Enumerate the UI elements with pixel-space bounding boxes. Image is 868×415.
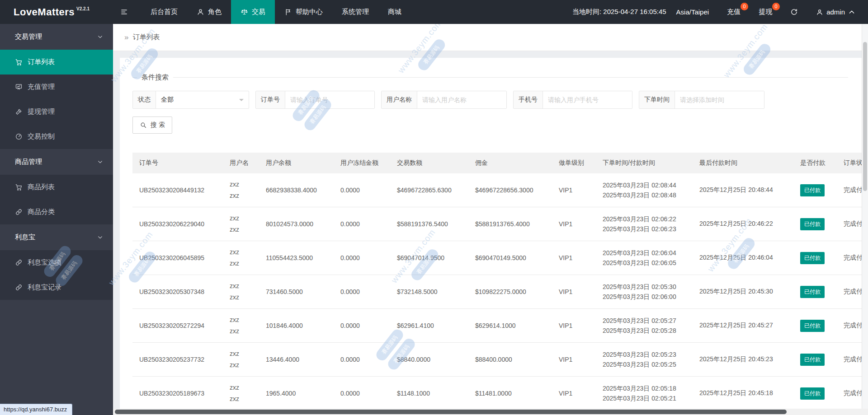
- cell-order-no: UB2503230205237732: [132, 343, 223, 377]
- nav-item-label: 交易: [252, 8, 265, 16]
- paid-status-badge: 已付款: [800, 354, 825, 366]
- sidebar-section-header[interactable]: 交易管理: [0, 24, 113, 50]
- cell-level: VIP1: [552, 377, 596, 410]
- local-time: 当地时间: 2025-04-27 16:05:45: [572, 8, 666, 16]
- cell-commission: $690470149.5000: [468, 241, 552, 275]
- horizontal-scrollbar-thumb[interactable]: [115, 410, 787, 414]
- withdraw-link[interactable]: 提现 0: [759, 8, 772, 16]
- nav-item[interactable]: 商城: [378, 0, 411, 24]
- sidebar-item[interactable]: 提现管理: [0, 99, 113, 124]
- paid-status-badge: 已付款: [800, 286, 825, 298]
- cell-order-pay-time: 2025年03月23日 02:06:04 2025年03月23日 02:06:0…: [596, 241, 693, 275]
- status-select[interactable]: 全部: [156, 91, 249, 108]
- refresh-button[interactable]: [790, 8, 798, 16]
- cell-frozen: 0.0000: [334, 377, 390, 410]
- cell-level: VIP1: [552, 275, 596, 309]
- cell-username: zxz zxz: [223, 275, 259, 309]
- sidebar-item[interactable]: 商品分类: [0, 200, 113, 224]
- main-area: » 订单列表 条件搜索 状态 全部: [113, 24, 868, 415]
- filter-group: 用户名称: [381, 91, 507, 109]
- topbar: LoveMatters V2.2.1 后台首页 角色 交易 帮助中心: [0, 0, 868, 24]
- cell-order-no: UB2503230206045895: [132, 241, 223, 275]
- column-header: 最后付款时间: [693, 153, 793, 173]
- sidebar-item[interactable]: 商品列表: [0, 175, 113, 200]
- cell-balance: 13446.4000: [259, 343, 334, 377]
- cell-commission: $46967228656.3000: [468, 173, 552, 207]
- search-legend: 条件搜索: [137, 73, 173, 82]
- column-header: 订单号: [132, 153, 223, 173]
- sidebar-item-icon: [15, 133, 23, 140]
- sidebar-section: 利息宝 利息宝选项 利息宝记录: [0, 224, 113, 300]
- caret-down-icon: [239, 99, 244, 103]
- topbar-right: 当地时间: 2025-04-27 16:05:45 Asia/Taipei 充值…: [572, 0, 868, 24]
- horizontal-scrollbar[interactable]: [113, 409, 868, 415]
- nav-item[interactable]: 后台首页: [141, 0, 187, 24]
- cell-order-status: 完成付款: [837, 275, 862, 309]
- recharge-link[interactable]: 充值 0: [727, 8, 741, 16]
- sidebar-item[interactable]: 订单列表: [0, 50, 113, 75]
- nav-item[interactable]: 帮助中心: [275, 0, 332, 24]
- nav-item[interactable]: 系统管理: [332, 0, 378, 24]
- cell-order-no: UB2503230205189673: [132, 377, 223, 410]
- nav-item-label: 商城: [388, 8, 401, 16]
- filter-input[interactable]: [417, 91, 506, 108]
- user-menu[interactable]: admin: [816, 8, 855, 16]
- cell-order-status: 完成付款: [837, 241, 862, 275]
- menu-toggle-icon[interactable]: [113, 0, 135, 24]
- cell-last-pay-time: 2025年12月25日 20:46:22: [693, 207, 793, 241]
- table-row: UB2503230205237732 zxz zxz 13446.4000 0.…: [132, 343, 862, 377]
- cell-order-status: 完成付款: [837, 377, 862, 410]
- column-header: 做单级别: [552, 153, 596, 173]
- table-row: UB2503230205272294 zxz zxz 101846.4000 0…: [132, 309, 862, 343]
- nav-item-label: 后台首页: [151, 8, 178, 16]
- sidebar-item-label: 利息宝选项: [28, 258, 61, 267]
- nav-item-label: 系统管理: [342, 8, 369, 16]
- table-row: UB2503230205189673 zxz zxz 1965.4000 0.0…: [132, 377, 862, 410]
- nav-item[interactable]: 角色: [187, 0, 231, 24]
- cell-username: zxz zxz: [223, 241, 259, 275]
- cell-frozen: 0.0000: [334, 207, 390, 241]
- column-header: 用户名: [223, 153, 259, 173]
- cell-last-pay-time: 2025年12月25日 20:45:30: [693, 275, 793, 309]
- person-icon: [816, 9, 823, 16]
- sidebar-item[interactable]: 交易控制: [0, 124, 113, 149]
- nav-item[interactable]: 交易: [231, 0, 275, 24]
- cell-balance: 731460.5000: [259, 275, 334, 309]
- link-status-tooltip: https://qd.yanshi67.buzz: [0, 404, 72, 415]
- cell-paid: 已付款: [793, 207, 837, 241]
- search-button[interactable]: 搜 索: [132, 117, 172, 134]
- orders-panel: 条件搜索 状态 全部: [120, 58, 862, 415]
- paid-status-badge: 已付款: [800, 184, 825, 196]
- cell-balance: 801024573.0000: [259, 207, 334, 241]
- sidebar-section-header[interactable]: 商品管理: [0, 149, 113, 175]
- cell-username: zxz zxz: [223, 377, 259, 410]
- cell-commission: $629614.1000: [468, 309, 552, 343]
- cell-commission: $11481.0000: [468, 377, 552, 410]
- filter-input[interactable]: [543, 91, 632, 108]
- recharge-badge: 0: [741, 3, 748, 10]
- cell-order-pay-time: 2025年03月23日 02:05:23 2025年03月23日 02:05:2…: [596, 343, 693, 377]
- vertical-scrollbar[interactable]: [862, 24, 868, 409]
- cell-order-pay-time: 2025年03月23日 02:05:30 2025年03月23日 02:06:0…: [596, 275, 693, 309]
- cell-balance: 6682938338.4000: [259, 173, 334, 207]
- cell-frozen: 0.0000: [334, 275, 390, 309]
- sidebar-section-header[interactable]: 利息宝: [0, 224, 113, 250]
- sidebar: 交易管理 订单列表 充值管理: [0, 24, 113, 415]
- sidebar-item[interactable]: 利息宝记录: [0, 275, 113, 300]
- nav-item-label: 帮助中心: [296, 8, 323, 16]
- filter-input[interactable]: [285, 91, 374, 108]
- vertical-scrollbar-thumb[interactable]: [863, 42, 867, 191]
- sidebar-item[interactable]: 利息宝选项: [0, 250, 113, 275]
- nav-item-icon: [241, 8, 248, 16]
- filter-input[interactable]: [675, 91, 764, 108]
- table-row: UB2503230205307348 zxz zxz 731460.5000 0…: [132, 275, 862, 309]
- column-header: 交易数额: [390, 153, 468, 173]
- cell-last-pay-time: 2025年12月25日 20:45:27: [693, 309, 793, 343]
- cell-commission: $109822275.0000: [468, 275, 552, 309]
- sidebar-item-icon: [15, 259, 23, 266]
- cell-paid: 已付款: [793, 343, 837, 377]
- nav-item-icon: [284, 8, 292, 16]
- sidebar-section: 交易管理 订单列表 充值管理: [0, 24, 113, 149]
- cell-level: VIP1: [552, 173, 596, 207]
- sidebar-item[interactable]: 充值管理: [0, 75, 113, 99]
